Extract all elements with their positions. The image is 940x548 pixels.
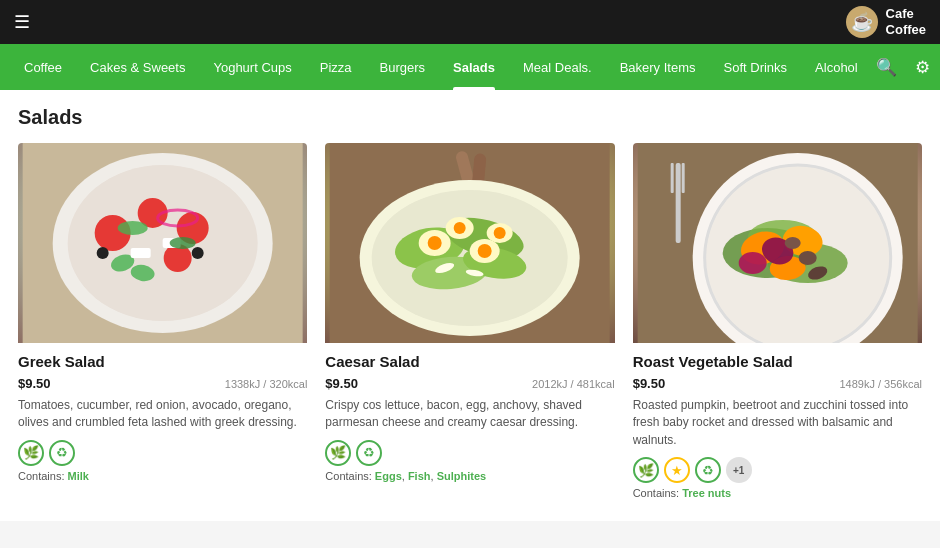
product-badges-greek: 🌿 ♻	[18, 440, 307, 466]
main-nav: Coffee Cakes & Sweets Yoghurt Cups Pizza…	[0, 44, 940, 90]
badge-leaf-greek: 🌿	[18, 440, 44, 466]
product-desc-caesar: Crispy cos lettuce, bacon, egg, anchovy,…	[325, 397, 614, 432]
product-allergens-greek: Contains: Milk	[18, 470, 307, 482]
product-body-roast: Roast Vegetable Salad $9.50 1489kJ / 356…	[633, 343, 922, 505]
product-meta-roast: $9.50 1489kJ / 356kcal	[633, 376, 922, 391]
svg-point-48	[738, 252, 766, 274]
svg-point-32	[494, 227, 506, 239]
allergen-treenuts: Tree nuts	[682, 487, 731, 499]
nav-item-cakes[interactable]: Cakes & Sweets	[76, 44, 199, 90]
product-image-caesar[interactable]	[325, 143, 614, 343]
svg-point-11	[192, 247, 204, 259]
nav-item-pizza[interactable]: Pizza	[306, 44, 366, 90]
product-kj-roast: 1489kJ / 356kcal	[839, 378, 922, 390]
svg-rect-37	[670, 163, 673, 193]
product-price-roast: $9.50	[633, 376, 666, 391]
product-image-greek[interactable]	[18, 143, 307, 343]
top-bar: ☰ ☕ CafeCoffee	[0, 0, 940, 44]
search-icon[interactable]: 🔍	[872, 53, 901, 82]
nav-item-yoghurt[interactable]: Yoghurt Cups	[199, 44, 305, 90]
product-allergens-roast: Contains: Tree nuts	[633, 487, 922, 499]
product-allergens-caesar: Contains: Eggs, Fish, Sulphites	[325, 470, 614, 482]
product-kj-greek: 1338kJ / 320kcal	[225, 378, 308, 390]
logo-area: ☕ CafeCoffee	[846, 6, 926, 38]
product-name-roast: Roast Vegetable Salad	[633, 353, 922, 370]
svg-point-28	[478, 244, 492, 258]
product-badges-caesar: 🌿 ♻	[325, 440, 614, 466]
nav-item-alcohol[interactable]: Alcohol	[801, 44, 872, 90]
product-body-greek: Greek Salad $9.50 1338kJ / 320kcal Tomat…	[18, 343, 307, 488]
product-card-caesar: Caesar Salad $9.50 2012kJ / 481kcal Cris…	[325, 143, 614, 505]
nav-actions: 🔍 ⚙	[872, 53, 934, 82]
logo-text: CafeCoffee	[886, 6, 926, 37]
product-desc-greek: Tomatoes, cucumber, red onion, avocado, …	[18, 397, 307, 432]
svg-rect-36	[675, 163, 680, 243]
nav-item-meal-deals[interactable]: Meal Deals.	[509, 44, 606, 90]
allergen-fish: Fish	[408, 470, 431, 482]
svg-point-30	[454, 222, 466, 234]
nav-item-burgers[interactable]: Burgers	[366, 44, 440, 90]
product-body-caesar: Caesar Salad $9.50 2012kJ / 481kcal Cris…	[325, 343, 614, 488]
svg-rect-38	[681, 163, 684, 193]
allergen-sulphites: Sulphites	[437, 470, 487, 482]
nav-item-bakery[interactable]: Bakery Items	[606, 44, 710, 90]
svg-point-49	[798, 251, 816, 265]
badge-circle-greek: ♻	[49, 440, 75, 466]
badge-leaf-roast: 🌿	[633, 457, 659, 483]
main-content: Salads	[0, 90, 940, 521]
product-price-greek: $9.50	[18, 376, 51, 391]
svg-point-15	[170, 237, 196, 249]
logo-icon: ☕	[846, 6, 878, 38]
product-card-greek: Greek Salad $9.50 1338kJ / 320kcal Tomat…	[18, 143, 307, 505]
product-name-caesar: Caesar Salad	[325, 353, 614, 370]
product-meta-caesar: $9.50 2012kJ / 481kcal	[325, 376, 614, 391]
filter-icon[interactable]: ⚙	[911, 53, 934, 82]
badge-circle-roast: ♻	[695, 457, 721, 483]
logo-emoji: ☕	[851, 11, 873, 33]
product-badges-roast: 🌿 ★ ♻ +1	[633, 457, 922, 483]
nav-item-coffee[interactable]: Coffee	[10, 44, 76, 90]
product-price-caesar: $9.50	[325, 376, 358, 391]
nav-item-soft-drinks[interactable]: Soft Drinks	[710, 44, 802, 90]
badge-star-roast: ★	[664, 457, 690, 483]
hamburger-icon[interactable]: ☰	[14, 11, 30, 33]
section-title: Salads	[18, 106, 922, 129]
product-image-roast[interactable]	[633, 143, 922, 343]
badge-extra-roast: +1	[726, 457, 752, 483]
products-grid: Greek Salad $9.50 1338kJ / 320kcal Tomat…	[18, 143, 922, 505]
svg-point-26	[428, 236, 442, 250]
badge-leaf-caesar: 🌿	[325, 440, 351, 466]
svg-rect-12	[131, 248, 151, 258]
badge-circle-caesar: ♻	[356, 440, 382, 466]
allergen-milk: Milk	[68, 470, 89, 482]
product-kj-caesar: 2012kJ / 481kcal	[532, 378, 615, 390]
svg-point-10	[97, 247, 109, 259]
product-name-greek: Greek Salad	[18, 353, 307, 370]
svg-point-14	[118, 221, 148, 235]
product-desc-roast: Roasted pumpkin, beetroot and zucchini t…	[633, 397, 922, 449]
svg-point-50	[784, 237, 800, 249]
product-card-roast: Roast Vegetable Salad $9.50 1489kJ / 356…	[633, 143, 922, 505]
product-meta-greek: $9.50 1338kJ / 320kcal	[18, 376, 307, 391]
allergen-eggs: Eggs	[375, 470, 402, 482]
nav-item-salads[interactable]: Salads	[439, 44, 509, 90]
